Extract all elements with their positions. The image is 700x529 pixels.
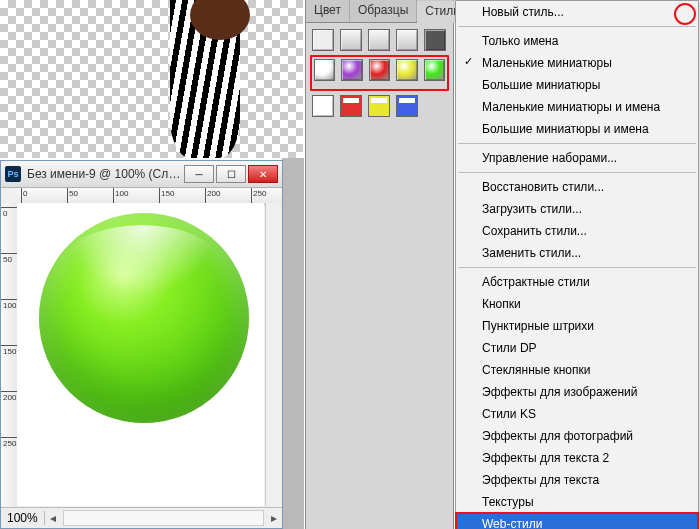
tab-swatches[interactable]: Образцы <box>350 0 417 22</box>
menu-restore-styles[interactable]: Восстановить стили... <box>456 176 698 198</box>
menu-large-thumbs[interactable]: Большие миниатюры <box>456 74 698 96</box>
menu-only-names[interactable]: Только имена <box>456 30 698 52</box>
menu-small-list[interactable]: Маленькие миниатюры и имена <box>456 96 698 118</box>
style-swatch[interactable] <box>424 29 446 51</box>
photo-layer <box>150 0 270 158</box>
menu-set-text2-fx[interactable]: Эффекты для текста 2 <box>456 447 698 469</box>
style-swatch[interactable] <box>396 95 418 117</box>
menu-new-style[interactable]: Новый стиль... <box>456 1 698 23</box>
style-swatch[interactable] <box>314 59 335 81</box>
menu-set-buttons[interactable]: Кнопки <box>456 293 698 315</box>
panel-flyout-menu: Новый стиль... Только имена Маленькие ми… <box>455 0 699 529</box>
menu-set-web[interactable]: Web-стили <box>456 513 698 529</box>
style-swatch[interactable] <box>424 59 445 81</box>
status-bar: 100% ◂ ▸ <box>1 507 282 528</box>
scrollbar-horizontal[interactable] <box>63 510 264 526</box>
style-swatch[interactable] <box>340 95 362 117</box>
menu-save-styles[interactable]: Сохранить стили... <box>456 220 698 242</box>
style-swatch[interactable] <box>396 29 418 51</box>
menu-separator <box>458 267 696 268</box>
zoom-field[interactable]: 100% <box>1 511 45 525</box>
menu-separator <box>458 143 696 144</box>
style-swatch[interactable] <box>340 29 362 51</box>
menu-replace-styles[interactable]: Заменить стили... <box>456 242 698 264</box>
menu-separator <box>458 172 696 173</box>
menu-manage-sets[interactable]: Управление наборами... <box>456 147 698 169</box>
style-swatch[interactable] <box>341 59 362 81</box>
styles-panel: Цвет Образцы Стили <box>305 0 454 529</box>
app-icon: Ps <box>5 166 21 182</box>
style-swatch[interactable] <box>369 59 390 81</box>
document-canvas[interactable] <box>17 203 264 506</box>
titlebar[interactable]: Ps Без имени-9 @ 100% (Слой 1,... ─ ☐ ✕ <box>1 161 282 188</box>
style-swatch[interactable] <box>368 29 390 51</box>
panel-tabs: Цвет Образцы Стили <box>306 0 453 23</box>
maximize-button[interactable]: ☐ <box>216 165 246 183</box>
menu-set-abstract[interactable]: Абстрактные стили <box>456 271 698 293</box>
scroll-left-button[interactable]: ◂ <box>45 511 61 525</box>
scrollbar-vertical[interactable] <box>265 203 282 506</box>
menu-set-ks[interactable]: Стили KS <box>456 403 698 425</box>
menu-set-photo-fx[interactable]: Эффекты для фотографий <box>456 425 698 447</box>
document-window: Ps Без имени-9 @ 100% (Слой 1,... ─ ☐ ✕ … <box>0 160 283 529</box>
menu-load-styles[interactable]: Загрузить стили... <box>456 198 698 220</box>
highlight-annotation <box>310 55 449 91</box>
menu-large-list[interactable]: Большие миниатюры и имена <box>456 118 698 140</box>
menu-separator <box>458 26 696 27</box>
menu-set-text-fx[interactable]: Эффекты для текста <box>456 469 698 491</box>
ruler-vertical[interactable]: 050100150200250 <box>1 203 18 506</box>
dock-strip <box>282 158 304 529</box>
style-swatch[interactable] <box>368 95 390 117</box>
menu-set-glass[interactable]: Стеклянные кнопки <box>456 359 698 381</box>
style-swatches <box>306 23 453 129</box>
scroll-right-button[interactable]: ▸ <box>266 511 282 525</box>
close-button[interactable]: ✕ <box>248 165 278 183</box>
document-title: Без имени-9 @ 100% (Слой 1,... <box>27 167 182 181</box>
tab-color[interactable]: Цвет <box>306 0 350 22</box>
menu-set-dp[interactable]: Стили DP <box>456 337 698 359</box>
green-sphere-shape <box>39 213 249 423</box>
minimize-button[interactable]: ─ <box>184 165 214 183</box>
menu-set-img-fx[interactable]: Эффекты для изображений <box>456 381 698 403</box>
menu-small-thumbs[interactable]: Маленькие миниатюры <box>456 52 698 74</box>
style-swatch[interactable] <box>312 95 334 117</box>
style-swatch[interactable] <box>312 29 334 51</box>
style-swatch[interactable] <box>396 59 417 81</box>
menu-set-dashed[interactable]: Пунктирные штрихи <box>456 315 698 337</box>
menu-set-textures[interactable]: Текстуры <box>456 491 698 513</box>
